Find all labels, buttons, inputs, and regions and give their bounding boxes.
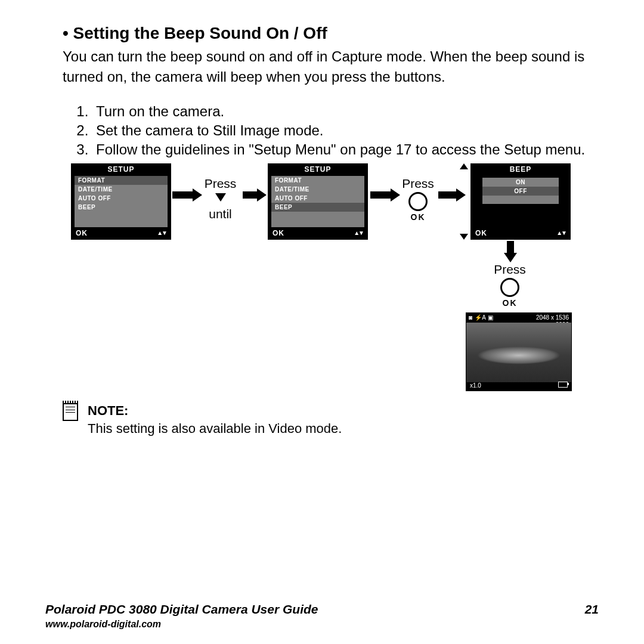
- ok-indicator: OK: [273, 229, 284, 237]
- note-block: NOTE: This setting is also available in …: [63, 402, 342, 437]
- press-text: Press: [492, 262, 528, 277]
- camera-preview: ◙ ⚡A ▣ 2048 x 1536 0006 ★ ★ ★ x1.0: [466, 312, 572, 391]
- screen-title: BEEP: [470, 165, 571, 174]
- menu-item: ON: [482, 178, 559, 187]
- ok-text: OK: [492, 298, 528, 308]
- preview-zoom: x1.0: [470, 382, 481, 389]
- down-caret-icon: [460, 234, 468, 240]
- menu-item: BEEP: [271, 203, 364, 212]
- menu-item: FORMAT: [271, 176, 364, 185]
- intro-text: You can turn the beep sound on and off i…: [63, 47, 590, 86]
- step-item: Follow the guidelines in "Setup Menu" on…: [92, 140, 590, 159]
- menu-item: BEEP: [75, 203, 168, 212]
- arrow-down-icon: [504, 241, 517, 262]
- press-ok-label: Press OK: [400, 177, 436, 222]
- arrow-right-icon: [438, 188, 466, 202]
- step-list: Turn on the camera. Set the camera to St…: [63, 102, 590, 159]
- section-heading: Setting the Beep Sound On / Off: [63, 24, 590, 43]
- ok-text: OK: [400, 212, 436, 222]
- ok-button-icon: [408, 192, 428, 211]
- preview-resolution: 2048 x 1536: [536, 314, 569, 321]
- nav-indicator-icon: ▲▼: [556, 230, 566, 236]
- down-triangle-icon: [215, 193, 226, 202]
- ok-indicator: OK: [475, 229, 487, 237]
- footer-url: www.polaroid-digital.com: [45, 619, 599, 630]
- setup-screen-1: SETUP FORMAT DATE/TIME AUTO OFF BEEP OK …: [71, 163, 171, 240]
- arrow-right-icon: [370, 188, 400, 202]
- menu-item: DATE/TIME: [75, 185, 168, 194]
- menu-item: AUTO OFF: [75, 194, 168, 203]
- page-footer: 21 Polaroid PDC 3080 Digital Camera User…: [45, 602, 599, 630]
- press-text: Press: [201, 177, 240, 191]
- preview-image: [466, 323, 571, 382]
- press-text: Press: [400, 177, 436, 191]
- nav-indicator-icon: ▲▼: [354, 230, 363, 236]
- up-caret-icon: [460, 163, 468, 169]
- setup-screen-2: SETUP FORMAT DATE/TIME AUTO OFF BEEP OK …: [268, 163, 368, 240]
- menu-item: AUTO OFF: [271, 194, 364, 203]
- note-text: This setting is also available in Video …: [88, 421, 342, 436]
- page-number: 21: [585, 602, 599, 617]
- until-text: until: [201, 207, 240, 221]
- note-label: NOTE:: [88, 403, 128, 418]
- nav-indicator-icon: ▲▼: [157, 230, 166, 236]
- menu-item: FORMAT: [75, 176, 168, 185]
- press-down-label: Press until: [201, 177, 240, 221]
- flow-diagram: SETUP FORMAT DATE/TIME AUTO OFF BEEP OK …: [63, 163, 590, 402]
- footer-title: Polaroid PDC 3080 Digital Camera User Gu…: [45, 602, 599, 617]
- arrow-right-icon: [172, 188, 202, 202]
- step-item: Set the camera to Still Image mode.: [92, 121, 590, 140]
- preview-icons: ◙ ⚡A ▣: [469, 314, 494, 321]
- screen-title: SETUP: [268, 165, 368, 174]
- beep-screen: BEEP ON OFF OK ▲▼: [470, 163, 571, 240]
- menu-item: DATE/TIME: [271, 185, 364, 194]
- ok-button-icon: [500, 278, 519, 297]
- step-item: Turn on the camera.: [92, 102, 590, 121]
- screen-title: SETUP: [71, 165, 171, 174]
- ok-indicator: OK: [76, 229, 88, 237]
- battery-icon: [558, 382, 568, 388]
- arrow-right-icon: [243, 188, 267, 202]
- notepad-icon: [63, 403, 78, 421]
- press-ok-label-2: Press OK: [492, 262, 528, 308]
- menu-item: OFF: [482, 187, 559, 196]
